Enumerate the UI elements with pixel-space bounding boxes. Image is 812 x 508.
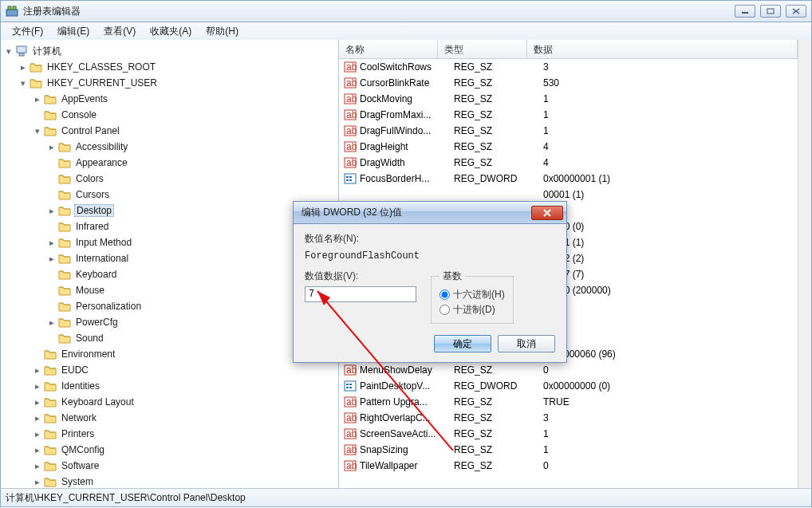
tree-system[interactable]: ▸System xyxy=(1,474,338,488)
tree-appevents[interactable]: ▸AppEvents xyxy=(1,91,338,107)
list-row[interactable]: abCursorBlinkRateREG_SZ530 xyxy=(339,75,798,91)
col-type[interactable]: 类型 xyxy=(438,40,527,58)
tree-root[interactable]: ▾计算机 xyxy=(1,43,338,59)
expander-icon[interactable]: ▸ xyxy=(33,413,42,423)
list-row[interactable]: abMenuShowDelayREG_SZ0 xyxy=(339,362,798,378)
radio-hex[interactable]: 十六进制(H) xyxy=(440,288,505,301)
menu-favorites[interactable]: 收藏夹(A) xyxy=(144,23,198,40)
dialog-titlebar[interactable]: 编辑 DWORD (32 位)值 xyxy=(294,202,566,224)
expander-icon[interactable]: ▸ xyxy=(47,254,57,263)
menu-help[interactable]: 帮助(H) xyxy=(199,23,245,40)
tree-keyboard[interactable]: Keyboard xyxy=(1,266,338,282)
radio-dec[interactable]: 十进制(D) xyxy=(440,303,505,317)
radio-hex-input[interactable] xyxy=(440,289,450,300)
expander-icon[interactable]: ▾ xyxy=(33,126,42,136)
list-row[interactable]: FocusBorderH...REG_DWORD0x00000001 (1) xyxy=(339,171,798,187)
tree-desktop[interactable]: ▸Desktop xyxy=(1,203,338,219)
list-row[interactable]: PaintDesktopV...REG_DWORD0x00000000 (0) xyxy=(339,378,798,394)
svg-rect-8 xyxy=(19,53,24,56)
list-row[interactable]: abDragFromMaxi...REG_SZ1 xyxy=(339,107,798,123)
list-row[interactable]: abTileWallpaperREG_SZ0 xyxy=(339,458,798,474)
expander-icon[interactable]: ▸ xyxy=(47,317,57,327)
tree-keyboardlayout[interactable]: ▸Keyboard Layout xyxy=(1,394,338,410)
list-row[interactable]: abDragWidthREG_SZ4 xyxy=(339,155,798,171)
menu-edit[interactable]: 编辑(E) xyxy=(51,23,96,40)
tree-cursors[interactable]: Cursors xyxy=(1,187,338,203)
col-data[interactable]: 数据 xyxy=(527,40,798,58)
expander-icon[interactable]: ▸ xyxy=(33,429,42,439)
dialog-title: 编辑 DWORD (32 位)值 xyxy=(302,206,531,219)
tree-console[interactable]: Console xyxy=(1,107,338,123)
list-row[interactable]: abScreenSaveActi...REG_SZ1 xyxy=(339,426,798,442)
expander-icon[interactable]: ▸ xyxy=(33,381,42,391)
expander-icon[interactable] xyxy=(47,301,57,311)
list-row[interactable]: abDragFullWindo...REG_SZ1 xyxy=(339,123,798,139)
expander-icon[interactable] xyxy=(47,333,57,343)
tree-hkcr[interactable]: ▸HKEY_CLASSES_ROOT xyxy=(1,59,338,75)
expander-icon[interactable] xyxy=(47,286,57,295)
expander-icon[interactable] xyxy=(47,174,57,183)
tree-software[interactable]: ▸Software xyxy=(1,458,338,474)
expander-icon[interactable]: ▸ xyxy=(33,477,42,486)
tree-appearance[interactable]: Appearance xyxy=(1,155,338,171)
expander-icon[interactable]: ▸ xyxy=(33,94,42,104)
tree-infrared[interactable]: Infrared xyxy=(1,219,338,234)
expander-icon[interactable]: ▸ xyxy=(33,461,42,471)
tree-international[interactable]: ▸International xyxy=(1,250,338,266)
expander-icon[interactable]: ▸ xyxy=(47,206,57,215)
svg-text:ab: ab xyxy=(346,61,357,73)
tree-accessibility[interactable]: ▸Accessibility xyxy=(1,139,338,155)
expander-icon[interactable]: ▸ xyxy=(33,365,42,375)
menu-file[interactable]: 文件(F) xyxy=(6,23,49,40)
dialog-close-button[interactable] xyxy=(531,206,563,220)
tree-inputmethod[interactable]: ▸Input Method xyxy=(1,234,338,250)
tree-printers[interactable]: ▸Printers xyxy=(1,426,338,442)
tree-eudc[interactable]: ▸EUDC xyxy=(1,362,338,378)
radio-dec-input[interactable] xyxy=(440,305,450,315)
tree-identities[interactable]: ▸Identities xyxy=(1,378,338,394)
expander-icon[interactable] xyxy=(33,349,42,359)
expander-icon[interactable] xyxy=(47,222,57,231)
tree-powercfg[interactable]: ▸PowerCfg xyxy=(1,314,338,330)
tree-sound[interactable]: Sound xyxy=(1,330,338,346)
list-row[interactable]: abDragHeightREG_SZ4 xyxy=(339,139,798,155)
expander-icon[interactable] xyxy=(47,190,57,199)
tree-controlpanel[interactable]: ▾Control Panel xyxy=(1,123,338,139)
col-name[interactable]: 名称 xyxy=(339,40,438,58)
expander-icon[interactable] xyxy=(47,270,57,279)
tree-network[interactable]: ▸Network xyxy=(1,410,338,426)
expander-icon[interactable] xyxy=(47,158,57,167)
expander-icon[interactable]: ▸ xyxy=(47,238,57,247)
menu-view[interactable]: 查看(V) xyxy=(97,23,142,40)
expander-icon[interactable]: ▸ xyxy=(18,62,28,72)
close-button[interactable] xyxy=(786,5,806,18)
svg-text:ab: ab xyxy=(346,109,357,120)
tree-qmconfig[interactable]: ▸QMConfig xyxy=(1,442,338,458)
list-row[interactable]: abPattern Upgra...REG_SZTRUE xyxy=(339,394,798,410)
expander-icon[interactable]: ▾ xyxy=(18,78,28,88)
scrollbar[interactable] xyxy=(798,40,811,488)
svg-text:ab: ab xyxy=(346,141,357,152)
list-row[interactable]: abCoolSwitchRowsREG_SZ3 xyxy=(339,59,798,75)
expander-icon[interactable]: ▾ xyxy=(4,46,14,56)
cancel-button[interactable]: 取消 xyxy=(498,335,555,352)
ok-button[interactable]: 确定 xyxy=(434,335,491,352)
list-row[interactable]: abRightOverlapC...REG_SZ3 xyxy=(339,410,798,426)
expander-icon[interactable]: ▸ xyxy=(33,397,42,407)
tree-colors[interactable]: Colors xyxy=(1,171,338,187)
expander-icon[interactable]: ▸ xyxy=(33,445,42,455)
list-row[interactable]: abSnapSizingREG_SZ1 xyxy=(339,442,798,458)
list-row[interactable]: abDockMovingREG_SZ1 xyxy=(339,91,798,107)
expander-icon[interactable]: ▸ xyxy=(47,142,57,152)
tree-personalization[interactable]: Personalization xyxy=(1,298,338,314)
window-title: 注册表编辑器 xyxy=(23,5,735,18)
tree-mouse[interactable]: Mouse xyxy=(1,282,338,298)
list-row[interactable]: 00001 (1) xyxy=(339,187,798,203)
tree-environment[interactable]: Environment xyxy=(1,346,338,362)
value-data-input[interactable] xyxy=(305,286,416,302)
expander-icon[interactable] xyxy=(33,110,42,120)
maximize-button[interactable] xyxy=(760,5,781,18)
tree-hkcu[interactable]: ▾HKEY_CURRENT_USER xyxy=(1,75,338,91)
value-name-field xyxy=(305,249,554,263)
minimize-button[interactable] xyxy=(735,5,755,18)
